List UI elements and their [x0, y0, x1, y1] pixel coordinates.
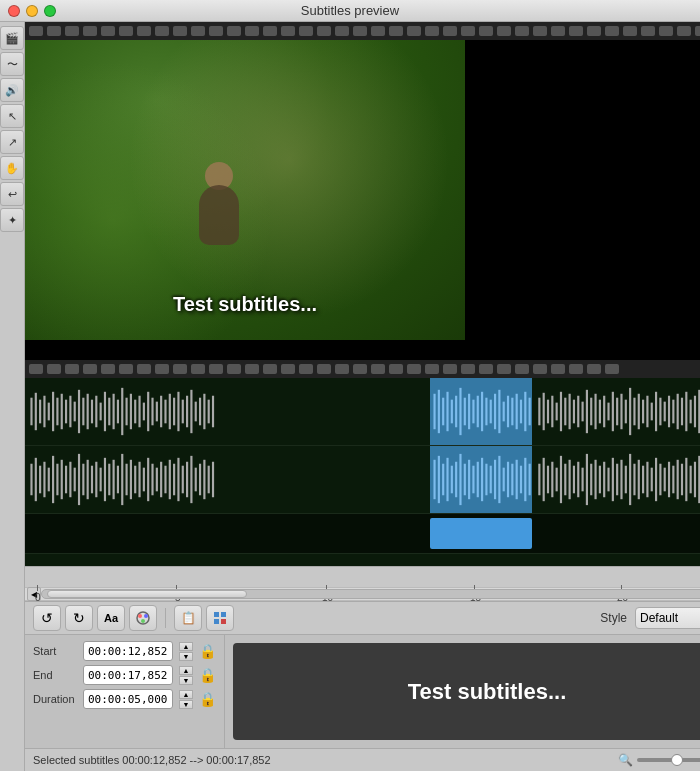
svg-rect-142 — [151, 464, 153, 496]
svg-rect-6 — [56, 398, 58, 426]
style-select[interactable]: Default ▾ — [635, 607, 700, 629]
end-up-spinner[interactable]: ▲ — [179, 666, 193, 675]
svg-rect-214 — [685, 458, 687, 501]
right-panel: Test subtitles... — [25, 22, 700, 771]
waveform-area — [25, 378, 700, 566]
filmstrip-hole — [65, 26, 79, 36]
svg-rect-42 — [212, 396, 214, 428]
waveform-svg-1 — [25, 378, 700, 445]
zoom-slider[interactable] — [637, 758, 700, 762]
filmstrip-hole — [209, 364, 223, 374]
start-input[interactable] — [83, 641, 173, 661]
duration-up-spinner[interactable]: ▲ — [179, 690, 193, 699]
filmstrip-hole — [299, 364, 313, 374]
scrollbar-area[interactable]: ◀ ▶ — [25, 587, 700, 601]
sidebar-waveform-button[interactable]: 〜 — [0, 52, 24, 76]
svg-rect-128 — [91, 466, 93, 494]
sidebar-cursor-button[interactable]: ↖ — [0, 104, 24, 128]
zoom-out-icon[interactable]: 🔍 — [618, 753, 633, 767]
filmstrip-hole — [497, 26, 511, 36]
color-button[interactable] — [129, 605, 157, 631]
sidebar-fx-button[interactable]: ✦ — [0, 208, 24, 232]
filmstrip-hole — [137, 26, 151, 36]
subtitle-preview-text: Test subtitles... — [408, 679, 567, 705]
svg-rect-216 — [694, 462, 696, 497]
grid-button[interactable] — [206, 605, 234, 631]
maximize-button[interactable] — [44, 5, 56, 17]
end-label: End — [33, 669, 77, 681]
start-lock-icon[interactable]: 🔒 — [199, 643, 216, 659]
svg-rect-193 — [594, 460, 596, 499]
filmstrip-hole — [227, 364, 241, 374]
svg-rect-4 — [48, 403, 50, 421]
filmstrip-hole — [515, 26, 529, 36]
close-button[interactable] — [8, 5, 20, 17]
scrollbar-thumb[interactable] — [47, 590, 247, 598]
svg-rect-29 — [156, 402, 158, 422]
end-lock-icon[interactable]: 🔒 — [199, 667, 216, 683]
filmstrip-hole — [605, 364, 619, 374]
svg-rect-1 — [35, 393, 37, 430]
duration-input[interactable] — [83, 689, 173, 709]
svg-rect-186 — [564, 464, 566, 496]
filmstrip-hole — [461, 364, 475, 374]
sidebar-hand-button[interactable]: ✋ — [0, 156, 24, 180]
sidebar-audio-button[interactable]: 🔊 — [0, 78, 24, 102]
svg-rect-91 — [646, 396, 648, 428]
filmstrip-hole — [245, 364, 259, 374]
svg-rect-73 — [569, 394, 571, 429]
waveform-track-2[interactable] — [25, 446, 700, 514]
duration-lock-icon[interactable]: 🔒 — [199, 691, 216, 707]
svg-rect-72 — [564, 398, 566, 426]
filmstrip-hole — [335, 26, 349, 36]
subtitle-track[interactable] — [25, 514, 700, 554]
end-input[interactable] — [83, 665, 173, 685]
svg-rect-198 — [616, 464, 618, 496]
svg-rect-126 — [82, 464, 84, 496]
svg-rect-98 — [677, 394, 679, 429]
scrollbar-track[interactable] — [41, 589, 700, 599]
svg-rect-82 — [607, 403, 609, 421]
svg-rect-149 — [182, 466, 184, 494]
filmstrip-hole — [29, 26, 43, 36]
start-label: Start — [33, 645, 77, 657]
svg-rect-26 — [143, 403, 145, 421]
video-subtitle-text: Test subtitles... — [173, 293, 317, 315]
start-up-spinner[interactable]: ▲ — [179, 642, 193, 651]
svg-rect-232 — [214, 612, 219, 617]
svg-rect-194 — [599, 466, 601, 494]
svg-rect-190 — [582, 468, 584, 492]
sidebar-select-button[interactable]: ↗ — [0, 130, 24, 154]
svg-rect-200 — [625, 466, 627, 494]
svg-rect-183 — [551, 462, 553, 497]
titlebar: Subtitles preview — [0, 0, 700, 22]
svg-rect-3 — [43, 396, 45, 428]
undo-button[interactable]: ↺ — [33, 605, 61, 631]
svg-rect-70 — [556, 403, 558, 421]
reload-button[interactable]: ↻ — [65, 605, 93, 631]
filmstrip-hole — [47, 364, 61, 374]
copy-button[interactable]: 📋 — [174, 605, 202, 631]
text-style-button[interactable]: Aa — [97, 605, 125, 631]
zoom-thumb[interactable] — [671, 754, 683, 766]
sidebar-film-button[interactable]: 🎬 — [0, 26, 24, 50]
sidebar-undo-button[interactable]: ↩ — [0, 182, 24, 206]
subtitle-block — [430, 518, 531, 549]
svg-rect-205 — [646, 462, 648, 497]
figure-body — [199, 185, 239, 245]
svg-rect-185 — [560, 456, 562, 503]
end-down-spinner[interactable]: ▼ — [179, 676, 193, 685]
main-content: 🎬 〜 🔊 ↖ ↗ ✋ ↩ ✦ — [0, 22, 700, 771]
filmstrip-hole — [299, 26, 313, 36]
svg-rect-140 — [143, 468, 145, 492]
svg-rect-32 — [169, 394, 171, 429]
selection-region-2 — [430, 446, 531, 513]
duration-down-spinner[interactable]: ▼ — [179, 700, 193, 709]
start-down-spinner[interactable]: ▼ — [179, 652, 193, 661]
minimize-button[interactable] — [26, 5, 38, 17]
waveform-track-1[interactable] — [25, 378, 700, 446]
svg-rect-71 — [560, 392, 562, 431]
svg-rect-17 — [104, 392, 106, 431]
video-black-area — [465, 40, 700, 360]
filmstrip-hole — [407, 364, 421, 374]
